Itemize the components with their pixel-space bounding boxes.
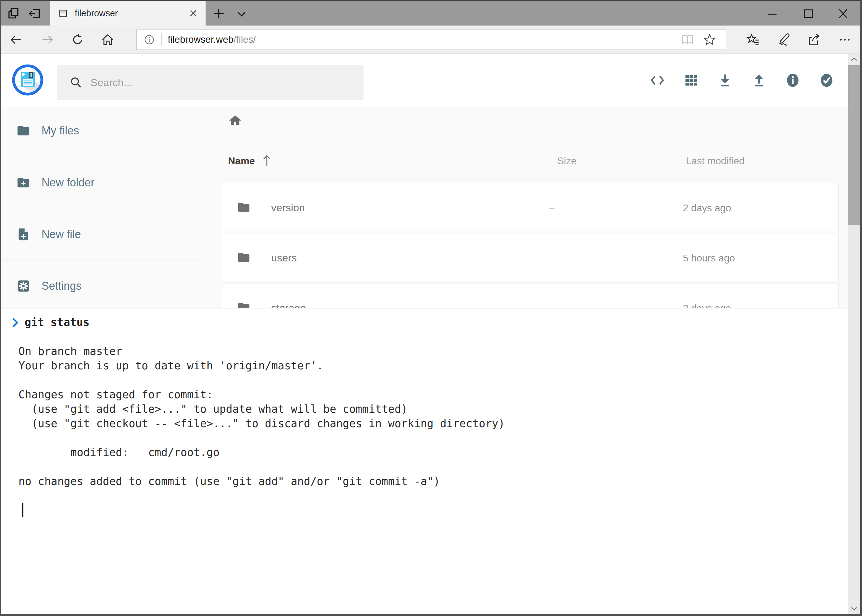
sidebar-item-label: New file [41,228,81,241]
file-plus-icon [16,227,30,241]
file-modified: 5 hours ago [683,253,735,264]
filebrowser-logo[interactable] [11,64,44,96]
window-border-left [0,0,1,616]
terminal-output: On branch master Your branch is up to da… [12,330,848,489]
file-row-version[interactable]: version – 2 days ago [222,183,838,231]
url-input[interactable]: filebrowser.web /files/ [136,30,726,50]
search-box[interactable] [57,65,364,100]
terminal-command: git status [25,315,90,330]
scrollbar-thumb[interactable] [848,65,860,225]
favorites-hub-icon[interactable] [746,33,760,47]
url-path: /files/ [233,34,256,45]
browser-window: filebrowser [0,0,862,616]
folder-icon [236,201,251,214]
forward-icon[interactable] [41,33,54,46]
column-size[interactable]: Size [557,155,577,167]
search-input[interactable] [90,77,343,89]
back-icon[interactable] [9,33,23,46]
url-separator [161,33,162,46]
download-icon[interactable] [718,73,733,88]
sidebar-item-label: New folder [41,176,95,189]
sidebar-item-label: Settings [41,280,82,292]
grid-view-icon[interactable] [684,73,698,88]
browser-tab[interactable]: filebrowser [50,1,206,25]
tab-title: filebrowser [75,8,187,19]
url-host: filebrowser.web [168,34,233,45]
prompt-chevron-icon [12,317,20,328]
maximize-button[interactable] [801,9,814,19]
tab-close-icon[interactable] [187,7,199,19]
tab-list-chevron-icon[interactable] [235,6,249,20]
info-icon[interactable] [785,73,800,88]
filebrowser-header [1,54,848,107]
sidebar-item-label: My files [41,124,79,137]
breadcrumb-home-icon[interactable] [228,113,242,127]
window-border-right [860,0,862,616]
address-bar: filebrowser.web /files/ [0,25,862,54]
share-icon[interactable] [807,33,821,47]
tab-bar: filebrowser [0,0,862,25]
site-info-icon[interactable] [143,34,155,46]
listing-divider [228,147,828,147]
column-name[interactable]: Name [228,155,255,167]
header-actions [650,54,834,107]
favorite-star-icon[interactable] [703,33,716,46]
file-size: – [549,253,555,264]
folder-icon [16,124,30,138]
reading-view-icon[interactable] [681,33,694,46]
sidebar-item-new-file[interactable]: New file [1,220,198,248]
new-tab-button[interactable] [212,6,226,20]
page-scrollbar[interactable] [848,54,860,614]
search-icon [69,76,82,89]
sidebar-divider [1,259,198,260]
scroll-up-icon[interactable] [848,54,860,65]
folder-icon [236,251,251,264]
terminal-panel[interactable]: git status On branch master Your branch … [1,308,848,614]
sidebar-divider [1,157,198,157]
terminal-cursor [22,503,24,517]
select-check-icon[interactable] [819,73,834,88]
file-size: – [549,202,555,214]
terminal-prompt-line: git status [12,315,848,330]
minimize-button[interactable] [766,9,778,19]
settings-more-icon[interactable] [838,33,852,47]
upload-icon[interactable] [752,73,766,88]
set-tabs-aside-icon[interactable] [28,6,42,20]
tab-preview-icon[interactable] [7,6,21,20]
column-headers: Name Size Last modified [198,155,848,170]
folder-plus-icon [16,176,30,190]
annotate-pen-icon[interactable] [777,33,791,47]
scroll-down-icon[interactable] [848,603,860,614]
file-name: version [271,202,305,214]
file-name: users [271,252,297,264]
code-view-icon[interactable] [650,73,665,88]
close-window-button[interactable] [837,9,849,19]
sidebar-item-settings[interactable]: Settings [1,272,198,300]
gear-icon [16,279,30,293]
sidebar-item-new-folder[interactable]: New folder [1,169,198,196]
sidebar-item-my-files[interactable]: My files [1,117,198,145]
file-row-users[interactable]: users – 5 hours ago [222,233,838,281]
refresh-icon[interactable] [71,33,84,46]
sort-ascending-icon[interactable] [261,154,273,167]
column-last-modified[interactable]: Last modified [686,155,744,167]
window-border-bottom [0,614,862,616]
page-favicon-icon [58,8,68,18]
file-modified: 2 days ago [683,202,731,214]
home-icon[interactable] [101,33,115,46]
